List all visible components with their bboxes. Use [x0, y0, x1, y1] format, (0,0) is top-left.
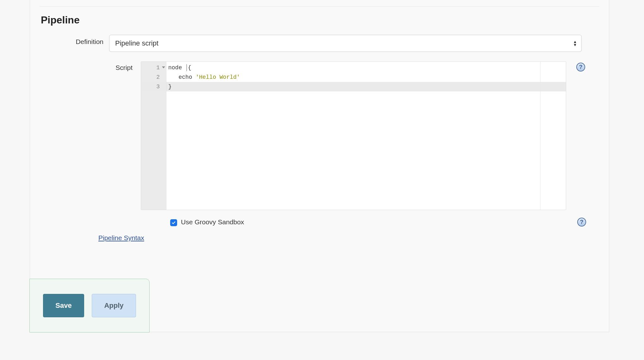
check-icon [171, 220, 176, 225]
script-label: Script [60, 61, 141, 71]
section-title: Pipeline [41, 14, 609, 26]
button-bar: Save Apply [29, 279, 150, 332]
definition-label: Definition [40, 35, 109, 46]
fold-marker-icon[interactable] [162, 66, 165, 68]
script-row: Script 1 2 3 node { [60, 61, 599, 210]
help-icon[interactable]: ? [577, 218, 586, 227]
definition-select-value: Pipeline script [115, 39, 158, 47]
editor-gutter: 1 2 3 [141, 62, 166, 210]
print-margin [540, 62, 541, 210]
pipeline-panel: Pipeline Definition Pipeline script ▲▼ S… [30, 0, 609, 332]
definition-select[interactable]: Pipeline script ▲▼ [109, 35, 582, 52]
script-editor[interactable]: 1 2 3 node { echo 'Hello World' } [141, 61, 566, 210]
code-line: node { [166, 63, 566, 72]
sandbox-row: Use Groovy Sandbox ? [60, 218, 599, 227]
cursor-icon [186, 64, 187, 71]
help-icon[interactable]: ? [576, 63, 585, 71]
code-line: echo 'Hello World' [166, 72, 566, 82]
code-line: } [166, 82, 566, 91]
apply-button[interactable]: Apply [92, 294, 136, 317]
gutter-line: 2 [141, 72, 166, 82]
groovy-sandbox-checkbox[interactable] [170, 219, 177, 226]
definition-row: Definition Pipeline script ▲▼ [40, 35, 599, 52]
gutter-line: 1 [141, 63, 166, 72]
code-area[interactable]: node { echo 'Hello World' } [166, 62, 566, 210]
divider [40, 6, 599, 7]
groovy-sandbox-label: Use Groovy Sandbox [181, 218, 244, 226]
save-button[interactable]: Save [43, 294, 84, 317]
dropdown-arrows-icon: ▲▼ [573, 40, 577, 46]
gutter-line: 3 [141, 82, 166, 91]
pipeline-syntax-link[interactable]: Pipeline Syntax [98, 234, 144, 242]
